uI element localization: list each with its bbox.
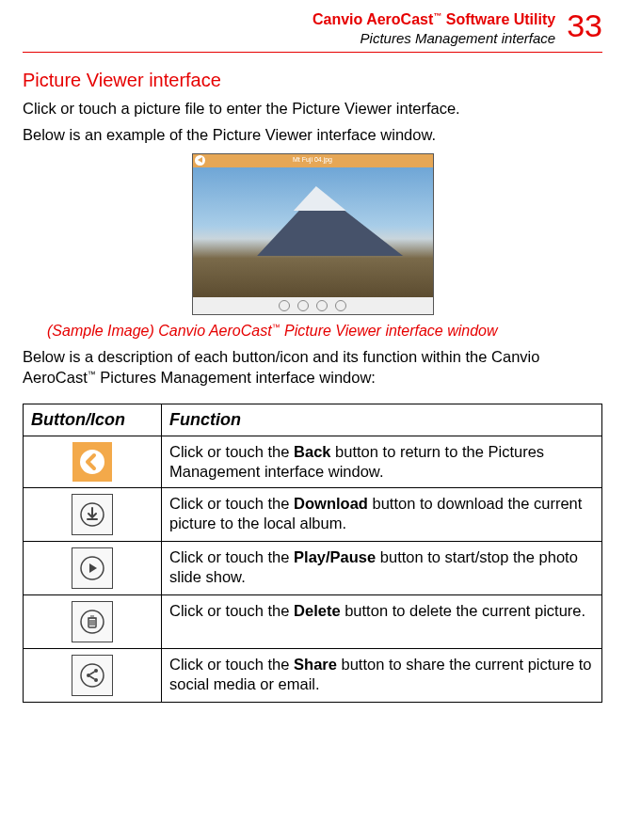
intro-paragraph-2: Below is an example of the Picture Viewe…	[23, 125, 602, 146]
toolbar-download-icon	[279, 300, 290, 311]
viewer-toolbar	[193, 297, 433, 314]
svg-marker-3	[89, 563, 97, 573]
doc-title: Canvio AeroCast™ Software Utility	[23, 11, 555, 28]
doc-subtitle: Pictures Management interface	[23, 30, 555, 46]
viewer-photo	[193, 167, 433, 297]
table-row: Click or touch the Delete button to dele…	[24, 594, 602, 648]
column-header-function: Function	[162, 404, 602, 436]
function-desc: Click or touch the Delete button to dele…	[162, 594, 602, 648]
function-desc: Click or touch the Download button to do…	[162, 487, 602, 541]
table-intro: Below is a description of each button/ic…	[23, 347, 602, 388]
table-row: Click or touch the Share button to share…	[24, 648, 602, 702]
trademark-symbol: ™	[272, 323, 280, 332]
download-icon	[72, 494, 113, 535]
page-number: 33	[567, 9, 602, 41]
section-heading: Picture Viewer interface	[23, 70, 602, 91]
doc-title-prefix: Canvio AeroCast	[312, 11, 433, 27]
table-header-row: Button/Icon Function	[24, 404, 602, 436]
viewer-topbar: Mt Fuji 04.jpg	[193, 154, 433, 167]
function-desc: Click or touch the Share button to share…	[162, 648, 602, 702]
table-row: Click or touch the Play/Pause button to …	[24, 541, 602, 594]
doc-title-suffix: Software Utility	[441, 11, 555, 27]
toolbar-play-icon	[297, 300, 309, 311]
delete-icon	[72, 601, 113, 642]
page-header: Canvio AeroCast™ Software Utility Pictur…	[23, 11, 602, 50]
caption-prefix: (Sample Image) Canvio AeroCast	[47, 323, 272, 339]
table-intro-2: Pictures Management interface window:	[96, 369, 376, 386]
sample-screenshot: Mt Fuji 04.jpg	[23, 153, 602, 315]
function-desc: Click or touch the Play/Pause button to …	[162, 541, 602, 594]
intro-paragraph-1: Click or touch a picture file to enter t…	[23, 99, 602, 119]
svg-point-6	[81, 664, 104, 687]
share-icon	[72, 655, 113, 696]
toolbar-delete-icon	[316, 300, 328, 311]
function-desc: Click or touch the Back button to return…	[162, 436, 602, 487]
svg-point-0	[80, 450, 104, 474]
play-pause-icon	[72, 547, 113, 589]
table-row: Click or touch the Download button to do…	[24, 487, 602, 541]
trademark-symbol: ™	[433, 11, 441, 21]
header-rule	[23, 52, 602, 53]
trademark-symbol: ™	[88, 369, 96, 378]
caption-suffix: Picture Viewer interface window	[280, 323, 498, 339]
table-row: Click or touch the Back button to return…	[24, 436, 602, 487]
sample-caption: (Sample Image) Canvio AeroCast™ Picture …	[47, 323, 537, 340]
button-function-table: Button/Icon Function Click or touch the …	[23, 404, 602, 703]
back-icon	[72, 442, 112, 482]
viewer-filename: Mt Fuji 04.jpg	[193, 156, 433, 163]
column-header-icon: Button/Icon	[24, 404, 162, 436]
toolbar-share-icon	[335, 300, 346, 311]
